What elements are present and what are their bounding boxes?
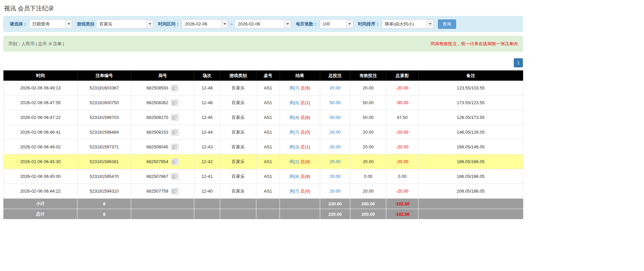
footer-empty [220, 209, 256, 219]
chevron-down-icon[interactable] [346, 20, 353, 28]
cell-result: 闲(8) 庄(8) [280, 169, 320, 184]
result-player: 闲(7) [290, 85, 299, 90]
search-button[interactable]: 查询 [438, 19, 456, 29]
cell-session: 12-43 [194, 140, 220, 154]
query-type-select[interactable]: 日期查询 [29, 19, 72, 28]
chevron-down-icon[interactable] [221, 20, 228, 28]
cell-note: 126.05/173.55 [418, 110, 523, 125]
cell-game-type: 百家乐 [220, 95, 256, 110]
cell-result: 闲(7) 庄(0) [280, 125, 320, 140]
round-detail-icon[interactable] [171, 99, 179, 106]
round-detail-icon[interactable] [171, 158, 179, 165]
footer-empty [280, 209, 320, 219]
round-id-text: 682507867 [146, 174, 168, 179]
round-id-text: 682508045 [146, 144, 168, 149]
cell-table-no: AS1 [256, 95, 280, 110]
pagination-page-1-button[interactable]: 1 [514, 58, 523, 67]
total-bet-link[interactable]: 20.00 [330, 174, 341, 179]
cell-table-no: AS1 [256, 110, 280, 125]
cell-total-bet: 20.00 [320, 81, 350, 95]
column-header-0: 时间 [4, 71, 78, 81]
result-player: 闲(3) [290, 144, 299, 149]
result-banker: 庄(1) [300, 144, 310, 149]
result-banker: 庄(0) [300, 130, 310, 135]
footer-empty [194, 209, 220, 219]
cell-bet-id: 523181597371 [78, 140, 131, 154]
cell-round-id: 682508153 [131, 125, 194, 140]
game-type-value: 百家乐 [97, 20, 146, 28]
total-bet-link[interactable]: 50.00 [330, 115, 341, 120]
round-detail-icon[interactable] [171, 129, 179, 136]
cell-table-no: AS1 [256, 154, 280, 169]
total-bet-link[interactable]: 50.00 [330, 100, 341, 105]
cell-total-bet: 50.00 [320, 95, 350, 110]
footer-count: 8 [78, 209, 131, 219]
result-banker: 庄(1) [300, 100, 310, 105]
column-header-6: 结果 [280, 71, 320, 81]
cell-valid-bet: 50.00 [350, 110, 386, 125]
query-type-value: 日期查询 [30, 20, 65, 28]
payout-value: -20.00 [396, 159, 408, 164]
cell-time: 2026-02-06 06:45:00 [4, 169, 78, 184]
page: 视讯 会员下注纪录 请选择： 日期查询 游戏类别 百家乐 时间区间： 2026-… [3, 0, 523, 219]
cell-table-no: AS1 [256, 81, 280, 95]
cell-result: 闲(3) 庄(1) [280, 140, 320, 154]
cards-glyph [172, 174, 177, 179]
table-row: 2026-02-06 06:45:00523181595470682507867… [4, 169, 523, 184]
column-header-7: 总投注 [320, 71, 350, 81]
currency-summary-text: 币别：人民币 | 总共 :8 注单 | [8, 41, 64, 47]
footer-empty [418, 199, 523, 209]
cell-valid-bet: 20.00 [350, 81, 386, 95]
footer-payout: -102.50 [386, 209, 418, 219]
cell-valid-bet: 20.00 [350, 140, 386, 154]
footer-empty [256, 199, 280, 209]
round-detail-icon[interactable] [171, 144, 179, 150]
footer-count: 8 [78, 199, 131, 209]
total-bet-link[interactable]: 20.00 [330, 85, 341, 90]
date-range-tilde: ~ [230, 21, 233, 26]
date-from-select[interactable]: 2026-02-06 [182, 19, 228, 28]
cell-payout: -20.00 [386, 184, 418, 199]
cell-payout: -20.00 [386, 140, 418, 154]
total-bet-link[interactable]: 20.00 [330, 130, 341, 135]
cell-valid-bet: 20.00 [350, 184, 386, 199]
cell-total-bet: 50.00 [320, 110, 350, 125]
cards-glyph [172, 189, 177, 193]
sort-order-select[interactable]: 降幂(由大到小) [382, 19, 434, 28]
cell-time: 2026-02-06 06:46:41 [4, 125, 78, 140]
chevron-down-icon[interactable] [65, 20, 72, 28]
cell-note: 166.05/146.05 [418, 140, 523, 154]
footer-valid-bet: 200.00 [350, 199, 386, 209]
cards-glyph [172, 145, 177, 149]
total-bet-link[interactable]: 20.00 [330, 189, 341, 194]
chevron-down-icon[interactable] [284, 20, 291, 28]
date-to-select[interactable]: 2026-02-06 [235, 19, 291, 28]
round-detail-icon[interactable] [171, 188, 179, 195]
cell-total-bet: 20.00 [320, 125, 350, 140]
total-row: 总计8220.00200.00-102.50 [4, 209, 523, 219]
round-detail-icon[interactable] [171, 173, 179, 180]
chevron-down-icon[interactable] [427, 20, 434, 28]
total-bet-link[interactable]: 20.00 [330, 144, 341, 149]
cell-note: 173.55/123.55 [418, 95, 523, 110]
game-type-select[interactable]: 百家乐 [96, 19, 153, 28]
page-size-select[interactable]: 100 [320, 19, 353, 28]
cell-payout: 47.50 [386, 110, 418, 125]
column-header-4: 游戏类别 [220, 71, 256, 81]
result-banker: 庄(6) [300, 85, 310, 90]
cell-round-id: 682508275 [131, 110, 194, 125]
column-header-1: 注单编号 [78, 71, 131, 81]
round-detail-icon[interactable] [171, 85, 179, 91]
cell-payout: 0.00 [386, 169, 418, 184]
chevron-down-icon[interactable] [146, 20, 153, 28]
cell-time: 2026-02-06 06:47:22 [4, 110, 78, 125]
cell-bet-id: 523181595470 [78, 169, 131, 184]
cell-result: 闲(2) 庄(8) [280, 154, 320, 169]
round-id-text: 682507759 [146, 189, 168, 194]
cell-bet-id: 523181600750 [78, 95, 131, 110]
column-header-5: 桌号 [256, 71, 280, 81]
round-detail-icon[interactable] [171, 114, 179, 121]
page-size-value: 100 [320, 20, 346, 28]
total-bet-link[interactable]: 20.00 [330, 159, 341, 164]
result-player: 闲(7) [290, 130, 299, 135]
